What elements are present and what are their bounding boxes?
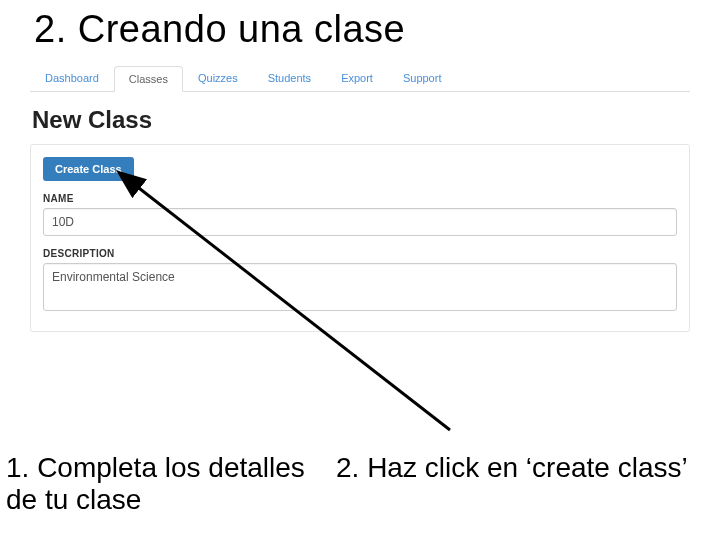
name-input[interactable] [43,208,677,236]
caption-step-2: 2. Haz click en ‘create class’ [336,452,720,516]
description-label: DESCRIPTION [43,248,677,259]
slide-title: 2. Creando una clase [0,0,720,59]
nav-tabs: Dashboard Classes Quizzes Students Expor… [30,65,690,92]
app-screenshot: Dashboard Classes Quizzes Students Expor… [30,65,690,332]
tab-export[interactable]: Export [326,65,388,91]
name-label: NAME [43,193,677,204]
caption-step-1: 1. Completa los detalles de tu clase [6,452,306,516]
tab-students[interactable]: Students [253,65,326,91]
tab-classes[interactable]: Classes [114,66,183,92]
page-title: New Class [32,106,690,134]
create-class-button[interactable]: Create Class [43,157,134,181]
tab-quizzes[interactable]: Quizzes [183,65,253,91]
description-input[interactable] [43,263,677,311]
tab-dashboard[interactable]: Dashboard [30,65,114,91]
slide-captions: 1. Completa los detalles de tu clase 2. … [6,452,720,516]
new-class-form: Create Class NAME DESCRIPTION [30,144,690,332]
tab-support[interactable]: Support [388,65,457,91]
